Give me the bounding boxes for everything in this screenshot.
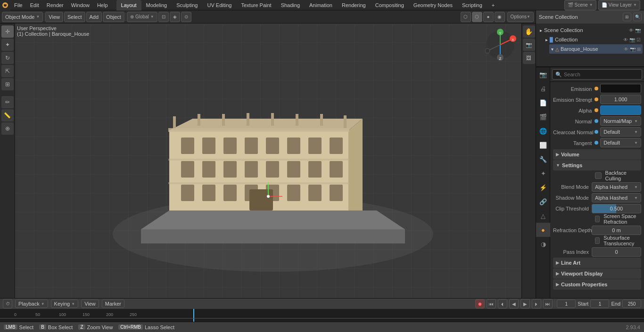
tab-geometry-nodes[interactable]: Geometry Nodes bbox=[409, 0, 457, 10]
viewport-shading-solid[interactable]: ⬡ bbox=[472, 12, 482, 22]
tab-add[interactable]: + bbox=[487, 0, 499, 10]
start-frame[interactable]: 1 bbox=[590, 300, 609, 308]
keying-dropdown[interactable]: Keying ▼ bbox=[51, 300, 79, 308]
object-tab[interactable]: ⬜ bbox=[536, 138, 550, 152]
jump-end-btn[interactable]: ⏭ bbox=[543, 299, 553, 308]
scale-tool[interactable]: ⇱ bbox=[1, 65, 14, 77]
tab-modeling[interactable]: Modeling bbox=[141, 0, 172, 10]
physics-tab[interactable]: ⚡ bbox=[536, 180, 550, 194]
playback-dropdown[interactable]: Playback ▼ bbox=[15, 300, 48, 308]
scene-tab[interactable]: 🎬 bbox=[536, 110, 550, 124]
scene-selector[interactable]: 🎬 Scene ▼ bbox=[564, 0, 596, 10]
end-frame[interactable]: 250 bbox=[622, 300, 641, 308]
screen-space-checkbox[interactable] bbox=[595, 216, 600, 222]
scene-collection-item[interactable]: ▸ Scene Collection 👁 📷 bbox=[538, 25, 643, 35]
clip-threshold-value[interactable]: 0.500 bbox=[592, 204, 641, 213]
pan-tool[interactable]: ✋ bbox=[523, 25, 535, 38]
material-tab[interactable]: ● bbox=[536, 223, 550, 237]
tab-animation[interactable]: Animation bbox=[305, 0, 337, 10]
tab-compositing[interactable]: Compositing bbox=[371, 0, 409, 10]
measure-tool[interactable]: 📏 bbox=[1, 109, 14, 121]
normal-dropdown[interactable]: Normal/Map ▼ bbox=[600, 116, 641, 126]
camera-view-btn[interactable]: 📷 bbox=[523, 39, 535, 51]
screen-space-field[interactable]: Screen Space Refraction bbox=[595, 213, 641, 225]
view-layer-selector[interactable]: 📄 View Layer ▼ bbox=[598, 0, 640, 10]
shadow-mode-dropdown[interactable]: Alpha Hashed ▼ bbox=[592, 193, 641, 202]
prev-frame-btn[interactable]: ⏴ bbox=[498, 299, 507, 308]
menu-file[interactable]: File bbox=[10, 0, 26, 10]
search-input[interactable] bbox=[564, 72, 639, 77]
outliner-search-btn[interactable]: 🔍 bbox=[633, 13, 642, 21]
emission-strength-field[interactable]: 1.000 bbox=[594, 95, 641, 104]
tangent-field[interactable]: Default ▼ bbox=[594, 138, 641, 147]
annotate-tool[interactable]: ✏ bbox=[1, 96, 14, 108]
restrict-render-icon[interactable]: 📷 bbox=[635, 28, 641, 33]
move-tool[interactable]: ✦ bbox=[1, 39, 14, 51]
viewport-shading-wire[interactable]: ⬡ bbox=[461, 12, 471, 22]
render-tab[interactable]: 📷 bbox=[536, 67, 550, 81]
tangent-dropdown[interactable]: Default ▼ bbox=[600, 138, 641, 147]
options-btn[interactable]: Options ▼ bbox=[507, 12, 534, 22]
subsurface-checkbox[interactable] bbox=[595, 237, 600, 244]
collection-render-icon[interactable]: 📷 bbox=[629, 37, 635, 42]
tab-scripting[interactable]: Scripting bbox=[457, 0, 487, 10]
data-tab[interactable]: △ bbox=[536, 209, 550, 223]
restrict-viewport-icon[interactable]: 👁 bbox=[629, 28, 634, 33]
add-menu[interactable]: Add bbox=[86, 12, 102, 22]
menu-edit[interactable]: Edit bbox=[26, 0, 43, 10]
blender-logo[interactable] bbox=[0, 0, 10, 10]
marker-dropdown[interactable]: Marker bbox=[102, 300, 124, 308]
pass-index-value[interactable]: 0 bbox=[592, 247, 641, 257]
tab-texture-paint[interactable]: Texture Paint bbox=[236, 0, 276, 10]
add-object-tool[interactable]: ⊕ bbox=[1, 122, 14, 135]
object-mode-dropdown[interactable]: Object Mode ▼ bbox=[2, 12, 43, 22]
object-menu[interactable]: Object bbox=[103, 12, 124, 22]
tab-layout[interactable]: Layout bbox=[116, 0, 141, 10]
next-frame-btn[interactable]: ⏵ bbox=[532, 299, 541, 308]
transform-tool[interactable]: ⊞ bbox=[1, 78, 14, 90]
viewport-shading-material[interactable]: ● bbox=[483, 12, 494, 22]
line-art-section[interactable]: ▶ Line Art bbox=[553, 258, 641, 268]
menu-render[interactable]: Render bbox=[43, 0, 67, 10]
jump-start-btn[interactable]: ⏮ bbox=[487, 299, 496, 308]
clearcoat-field[interactable]: Default ▼ bbox=[594, 127, 641, 137]
menu-window[interactable]: Window bbox=[67, 0, 93, 10]
record-btn[interactable]: ⏺ bbox=[475, 299, 485, 308]
render-preview-btn[interactable]: 🖼 bbox=[523, 52, 535, 64]
custom-props-section[interactable]: ▶ Custom Properties bbox=[553, 279, 641, 290]
global-transform-btn[interactable]: ⊕ Global ▼ bbox=[127, 12, 157, 22]
snap-options-btn[interactable]: ◈ bbox=[170, 12, 180, 22]
world-tab[interactable]: 🌐 bbox=[536, 124, 550, 138]
baroque-filter-icon[interactable]: ⊞ bbox=[637, 47, 641, 52]
alpha-field[interactable]: 1.000 bbox=[594, 105, 641, 115]
collection-exclude-icon[interactable]: ☑ bbox=[636, 37, 641, 42]
menu-help[interactable]: Help bbox=[93, 0, 112, 10]
viewport-shading-rendered[interactable]: ◉ bbox=[495, 12, 505, 22]
emission-strength-value[interactable]: 1.000 bbox=[600, 95, 641, 104]
baroque-house-item[interactable]: ▾ △ Baroque_House 👁 📷 ⊞ bbox=[549, 44, 643, 54]
outliner-filter-btn[interactable]: ⊞ bbox=[623, 13, 631, 21]
viewlayer-tab[interactable]: 📄 bbox=[536, 96, 550, 110]
baroque-render-icon[interactable]: 📷 bbox=[630, 47, 636, 52]
tab-rendering[interactable]: Rendering bbox=[337, 0, 371, 10]
settings-section-header[interactable]: ▼ Settings bbox=[553, 160, 641, 170]
shaderfx-tab[interactable]: ◑ bbox=[536, 237, 550, 251]
current-frame[interactable]: 1 bbox=[557, 300, 576, 308]
proportional-btn[interactable]: ⊙ bbox=[181, 12, 191, 22]
play-btn[interactable]: ▶ bbox=[520, 299, 530, 308]
props-search[interactable]: 🔍 bbox=[552, 69, 642, 80]
clearcoat-dropdown[interactable]: Default ▼ bbox=[600, 127, 641, 137]
refraction-depth-value[interactable]: 0 m bbox=[592, 226, 641, 235]
particles-tab[interactable]: ✦ bbox=[536, 166, 550, 180]
normal-field[interactable]: Normal/Map ▼ bbox=[594, 116, 641, 126]
view-dropdown[interactable]: View bbox=[81, 300, 99, 308]
backface-checkbox[interactable] bbox=[595, 172, 601, 179]
tab-shading[interactable]: Shading bbox=[276, 0, 305, 10]
backface-field[interactable]: Backface Culling bbox=[595, 170, 641, 181]
tab-uv-editing[interactable]: UV Editing bbox=[202, 0, 236, 10]
timeline-body[interactable]: 0 50 100 150 200 250 bbox=[0, 309, 644, 322]
emission-color-field[interactable] bbox=[594, 84, 641, 93]
select-menu[interactable]: Select bbox=[64, 12, 85, 22]
baroque-vp-icon[interactable]: 👁 bbox=[624, 47, 628, 52]
output-tab[interactable]: 🖨 bbox=[536, 81, 550, 96]
